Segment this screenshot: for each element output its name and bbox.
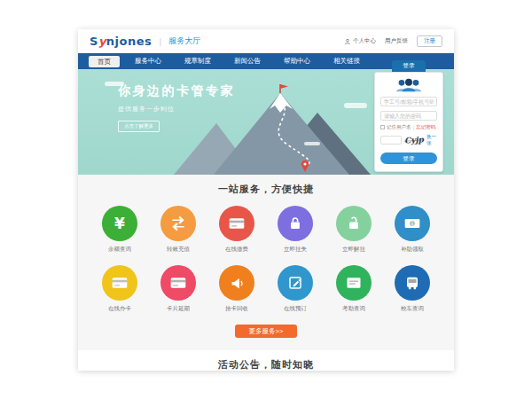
personal-center-label: 个人中心 — [353, 37, 376, 45]
remember-row: 记住用户名 | 忘记密码 — [380, 124, 437, 130]
bank-card-icon — [169, 274, 187, 292]
service-label: 在线缴费 — [207, 246, 266, 254]
service-online-booking[interactable]: 在线预订 — [266, 265, 325, 313]
bus-icon — [404, 275, 420, 291]
service-card-extension[interactable]: 卡片延期 — [149, 265, 207, 313]
attendance-list-icon — [345, 274, 363, 292]
logo-part: S — [90, 35, 98, 48]
nav-item-help[interactable]: 帮助中心 — [272, 53, 322, 69]
password-input[interactable] — [380, 111, 437, 121]
edit-icon — [287, 275, 303, 291]
nav-item-rules[interactable]: 规章制度 — [173, 53, 223, 69]
top-links: 个人中心 用户反馈 注册 — [344, 35, 442, 47]
announcements-section: 活动公告，随时知晓 使用指南 最新公告 更多>> 使用指南 更多>> — [78, 350, 454, 371]
remember-checkbox[interactable] — [380, 125, 385, 129]
separator: | — [413, 125, 415, 130]
user-feedback-label: 用户反馈 — [385, 37, 408, 45]
service-school-bus-inquiry[interactable]: 校车查询 — [383, 265, 442, 313]
nav-item-home[interactable]: 首页 — [89, 56, 120, 67]
service-online-payment[interactable]: 在线缴费 — [207, 206, 266, 254]
service-subsidy-collect[interactable]: $ 补助领取 — [383, 206, 442, 254]
nav-item-news[interactable]: 新闻公告 — [223, 53, 272, 69]
service-label: 在线预订 — [266, 305, 325, 313]
svg-text:$: $ — [411, 221, 413, 226]
nav-item-service-center[interactable]: 服务中心 — [123, 53, 173, 69]
hero-cta-button[interactable]: 点击了解更多 — [118, 121, 160, 132]
service-unfreeze[interactable]: 立即解挂 — [325, 206, 383, 254]
service-online-card-apply[interactable]: 在线办卡 — [90, 265, 149, 313]
banknote-icon: $ — [403, 215, 421, 232]
megaphone-icon — [229, 275, 246, 292]
services-title: 一站服务，方便快捷 — [78, 183, 454, 196]
lock-icon — [287, 215, 303, 231]
captcha-row: Cyjp 换一张 — [380, 134, 437, 146]
person-icon — [344, 38, 351, 45]
user-feedback-link[interactable]: 用户反馈 — [385, 37, 408, 45]
bank-card-icon — [111, 274, 129, 292]
service-report-loss[interactable]: 立即挂失 — [266, 206, 325, 254]
logo-accent: y — [98, 35, 106, 48]
logo-divider: | — [159, 37, 161, 46]
top-header: Synjones | 服务大厅 个人中心 用户反馈 注册 — [78, 29, 454, 53]
site-logo[interactable]: Synjones — [90, 35, 152, 48]
service-label: 转账充值 — [149, 246, 207, 254]
service-label: 在线办卡 — [90, 305, 149, 313]
username-input[interactable] — [380, 97, 437, 106]
logo-part: njones — [106, 35, 152, 48]
login-submit-button[interactable]: 登录 — [380, 153, 437, 164]
service-label: 立即解挂 — [325, 246, 383, 254]
services-section: 一站服务，方便快捷 ¥ 余额查询 转账充值 在线缴费 — [78, 175, 454, 350]
hero-text-block: 你身边的卡管专家 提供服务一步到位 点击了解更多 — [118, 83, 235, 132]
unlock-icon — [346, 215, 362, 231]
service-label: 卡片延期 — [149, 305, 207, 313]
captcha-refresh-link[interactable]: 换一张 — [426, 134, 437, 146]
login-tab[interactable]: 登录 — [392, 60, 426, 72]
hero-title: 你身边的卡管专家 — [118, 83, 235, 99]
service-label: 校车查询 — [383, 305, 442, 313]
service-label: 余额查询 — [90, 246, 149, 254]
users-icon — [395, 78, 423, 92]
service-label: 拾卡回收 — [207, 305, 266, 313]
cloud-shape — [344, 103, 367, 108]
bank-card-icon — [228, 215, 246, 232]
hero-subtitle: 提供服务一步到位 — [118, 105, 235, 113]
service-label: 立即挂失 — [266, 246, 325, 254]
login-panel: 登录 记住用户名 | 忘记密码 Cyjp 换一张 登录 — [374, 60, 443, 172]
personal-center-link[interactable]: 个人中心 — [344, 37, 376, 45]
services-grid: ¥ 余额查询 转账充值 在线缴费 立即挂失 — [90, 206, 442, 313]
announcements-title: 活动公告，随时知晓 — [78, 358, 454, 371]
cloud-shape — [304, 142, 320, 145]
service-attendance-inquiry[interactable]: 考勤查询 — [325, 265, 383, 313]
remember-label: 记住用户名 — [387, 124, 411, 130]
service-label: 考勤查询 — [325, 305, 383, 313]
more-services-button[interactable]: 更多服务>> — [235, 325, 297, 338]
captcha-image[interactable]: Cyjp — [404, 135, 425, 145]
page-container: Synjones | 服务大厅 个人中心 用户反馈 注册 首页 服务中心 规章制… — [78, 29, 454, 371]
service-label: 补助领取 — [383, 246, 442, 254]
register-button[interactable]: 注册 — [417, 35, 442, 47]
site-name: 服务大厅 — [168, 35, 200, 47]
captcha-input[interactable] — [380, 136, 402, 145]
transfer-arrows-icon — [169, 215, 187, 232]
nav-item-links[interactable]: 相关链接 — [322, 53, 372, 69]
service-transfer-recharge[interactable]: 转账充值 — [149, 206, 207, 254]
yen-icon: ¥ — [114, 215, 125, 232]
service-found-card-recycle[interactable]: 拾卡回收 — [207, 265, 266, 313]
forgot-password-link[interactable]: 忘记密码 — [416, 124, 435, 130]
service-balance-inquiry[interactable]: ¥ 余额查询 — [90, 206, 149, 254]
login-form: 记住用户名 | 忘记密码 Cyjp 换一张 登录 — [374, 72, 443, 172]
